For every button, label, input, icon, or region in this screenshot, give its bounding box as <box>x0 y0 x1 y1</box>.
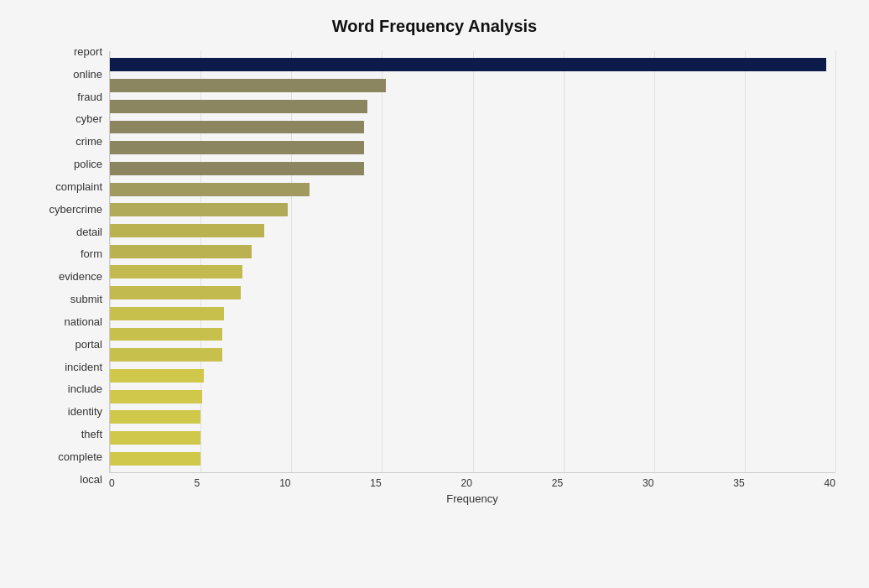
y-label-police: police <box>74 164 102 164</box>
bar-row-form <box>110 241 835 262</box>
bar-include <box>110 369 204 382</box>
bar-row-fraud <box>110 96 835 117</box>
bar-row-portal <box>110 324 835 345</box>
y-label-incident: incident <box>65 367 102 367</box>
bar-evidence <box>110 265 242 278</box>
bar-row-complaint <box>110 179 835 200</box>
y-label-local: local <box>80 479 102 480</box>
bar-cybercrime <box>110 203 288 216</box>
bar-detail <box>110 224 264 237</box>
y-label-include: include <box>68 388 102 389</box>
bar-row-cyber <box>110 117 835 138</box>
x-tick-20: 20 <box>461 477 472 489</box>
bar-row-theft <box>110 407 835 428</box>
y-label-report: report <box>74 51 102 52</box>
bar-row-submit <box>110 283 835 304</box>
bar-cyber <box>110 121 364 134</box>
y-label-form: form <box>81 253 102 254</box>
bar-national <box>110 307 224 320</box>
bar-complaint <box>110 183 310 196</box>
x-tick-5: 5 <box>195 477 200 489</box>
bar-row-national <box>110 303 835 324</box>
y-label-submit: submit <box>70 299 102 299</box>
y-label-complaint: complaint <box>55 186 102 187</box>
bar-row-online <box>110 75 835 96</box>
bar-complete <box>110 431 200 445</box>
bar-portal <box>110 328 222 341</box>
bar-row-evidence <box>110 262 835 283</box>
y-label-evidence: evidence <box>59 276 102 277</box>
grid-line-40 <box>835 51 836 472</box>
x-tick-35: 35 <box>733 477 744 489</box>
bars-inner <box>110 51 835 472</box>
chart-container: Word Frequency Analysis reportonlinefrau… <box>0 0 869 588</box>
bar-report <box>110 58 826 71</box>
bar-row-detail <box>110 221 835 242</box>
bar-row-identity <box>110 386 835 407</box>
bar-online <box>110 79 386 92</box>
y-label-cyber: cyber <box>75 118 102 119</box>
bar-fraud <box>110 100 367 113</box>
bar-row-local <box>110 448 835 469</box>
bar-row-incident <box>110 345 835 366</box>
bar-submit <box>110 286 241 299</box>
bars-and-xaxis: 0510152025303540 Frequency <box>109 51 835 505</box>
x-tick-0: 0 <box>109 477 115 489</box>
x-tick-25: 25 <box>552 477 563 489</box>
x-tick-40: 40 <box>825 477 835 489</box>
bar-form <box>110 245 252 258</box>
chart-area: reportonlinefraudcybercrimepolicecomplai… <box>34 51 835 505</box>
bar-row-complete <box>110 428 835 449</box>
bar-row-police <box>110 159 835 180</box>
y-label-identity: identity <box>68 411 102 412</box>
bar-crime <box>110 141 364 154</box>
bar-row-crime <box>110 138 835 159</box>
y-label-cybercrime: cybercrime <box>49 209 102 210</box>
x-tick-30: 30 <box>643 477 653 489</box>
bar-theft <box>110 410 200 424</box>
y-label-theft: theft <box>81 434 102 434</box>
bars-area <box>109 51 835 473</box>
y-label-crime: crime <box>75 141 102 142</box>
x-tick-10: 10 <box>279 477 290 489</box>
bar-row-cybercrime <box>110 200 835 221</box>
x-axis: 0510152025303540 <box>109 473 835 489</box>
chart-title: Word Frequency Analysis <box>34 17 835 36</box>
x-tick-15: 15 <box>370 477 381 489</box>
y-label-detail: detail <box>76 232 102 232</box>
bar-incident <box>110 348 222 362</box>
y-label-complete: complete <box>58 456 102 457</box>
y-label-fraud: fraud <box>77 96 102 97</box>
y-labels: reportonlinefraudcybercrimepolicecomplai… <box>34 51 109 505</box>
bar-row-report <box>110 55 835 75</box>
x-axis-label: Frequency <box>109 492 835 505</box>
y-label-online: online <box>73 74 102 75</box>
bar-local <box>110 452 200 466</box>
bar-identity <box>110 390 202 403</box>
y-label-national: national <box>64 321 102 322</box>
bar-police <box>110 162 364 175</box>
bar-row-include <box>110 366 835 387</box>
y-label-portal: portal <box>75 344 102 345</box>
